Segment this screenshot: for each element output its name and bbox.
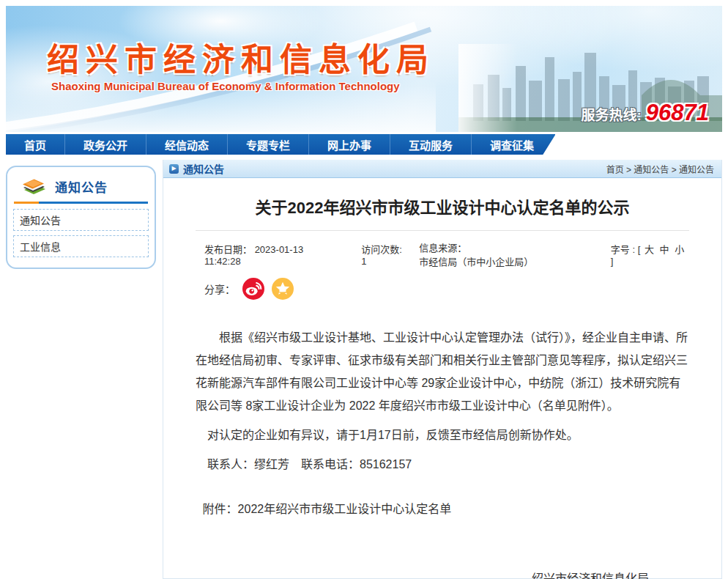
main-area: 通知公告 通知公告 工业信息 ▶ 通知公告 首页 > 通知公告 > 通知公告 关… <box>6 160 722 579</box>
paragraph-2: 对认定的企业如有异议，请于1月17日前，反馈至市经信局创新协作处。 <box>196 424 689 446</box>
site-subtitle-en: Shaoxing Municipal Bureau of Economy & I… <box>51 80 400 92</box>
nav-item-interaction[interactable]: 互动服务 <box>390 134 471 155</box>
sidebar-rule <box>14 202 148 204</box>
content-header: ▶ 通知公告 首页 > 通知公告 > 通知公告 <box>163 160 721 178</box>
visit-count-label: 访问次数: <box>361 244 402 255</box>
content-panel: ▶ 通知公告 首页 > 通知公告 > 通知公告 关于2022年绍兴市市级工业设计… <box>163 160 722 579</box>
nav-item-gov-affairs[interactable]: 政务公开 <box>64 134 146 155</box>
share-label: 分享： <box>204 281 235 296</box>
page: 绍兴市经济和信息化局 Shaoxing Municipal Bureau of … <box>0 0 728 579</box>
sidebar-item-notices[interactable]: 通知公告 <box>13 209 149 231</box>
main-nav-bar: 首页 政务公开 经信动态 专题专栏 网上办事 互动服务 调查征集 <box>6 134 555 155</box>
visit-count-value: 1 <box>361 256 366 267</box>
issuing-authority: 绍兴市经济和信息化局 <box>196 569 689 579</box>
arrow-right-icon: ▶ <box>169 164 179 174</box>
nav-item-home[interactable]: 首页 <box>6 134 64 155</box>
weibo-share-icon[interactable] <box>242 278 264 300</box>
sidebar-header: 通知公告 <box>12 176 149 196</box>
hotline-label: 服务热线: <box>581 104 641 124</box>
publish-date-label: 发布日期： <box>204 244 252 255</box>
article-meta: 发布日期： 2023-01-13 11:42:28 访问次数: 1 信息来源： … <box>196 240 689 268</box>
article: 关于2022年绍兴市市级工业设计中心认定名单的公示 发布日期： 2023-01-… <box>163 194 721 579</box>
books-icon <box>20 176 48 196</box>
font-size-label: 字号 : [ <box>611 244 640 255</box>
font-size-control: 字号 : [ 大 中 小 ] <box>611 242 689 267</box>
attachment-link[interactable]: 附件：2022年绍兴市市级工业设计中心认定名单 <box>196 498 689 520</box>
qzone-share-icon[interactable] <box>272 278 294 300</box>
article-title: 关于2022年绍兴市市级工业设计中心认定名单的公示 <box>196 194 689 218</box>
share-row: 分享： <box>196 278 689 300</box>
font-size-large-button[interactable]: 大 <box>643 244 655 255</box>
paragraph-1: 根据《绍兴市级工业设计基地、工业设计中心认定管理办法（试行）》，经企业自主申请、… <box>196 326 689 417</box>
site-title: 绍兴市经济和信息化局 <box>47 34 435 81</box>
title-divider <box>196 230 689 231</box>
breadcrumb[interactable]: 首页 > 通知公告 > 通知公告 <box>606 163 714 175</box>
header-banner: 绍兴市经济和信息化局 Shaoxing Municipal Bureau of … <box>6 6 722 132</box>
main-nav: 首页 政务公开 经信动态 专题专栏 网上办事 互动服务 调查征集 <box>6 134 722 155</box>
hotline-number: 96871 <box>646 100 709 126</box>
sidebar-title: 通知公告 <box>55 177 108 196</box>
info-source-value: 市经信局（市中小企业局） <box>419 257 533 268</box>
info-source-label: 信息来源： <box>419 243 467 254</box>
section-title: 通知公告 <box>183 161 224 176</box>
nav-item-news[interactable]: 经信动态 <box>146 134 227 155</box>
sidebar-item-industry-info[interactable]: 工业信息 <box>13 235 149 257</box>
font-size-label-close: ] <box>611 256 614 267</box>
service-hotline: 服务热线: 96871 <box>581 100 709 126</box>
article-body: 根据《绍兴市级工业设计基地、工业设计中心认定管理办法（试行）》，经企业自主申请、… <box>196 326 689 476</box>
paragraph-contact: 联系人：缪红芳 联系电话：85162157 <box>196 453 689 476</box>
font-size-medium-button[interactable]: 中 <box>658 244 671 255</box>
nav-item-survey[interactable]: 调查征集 <box>471 134 552 155</box>
publish-date: 发布日期： 2023-01-13 11:42:28 <box>204 242 339 267</box>
font-size-small-button[interactable]: 小 <box>673 244 686 255</box>
info-source: 信息来源： 市经信局（市中小企业局） <box>419 240 580 268</box>
sidebar: 通知公告 通知公告 工业信息 <box>6 166 156 269</box>
nav-item-online-services[interactable]: 网上办事 <box>308 134 390 155</box>
nav-item-special-topics[interactable]: 专题专栏 <box>227 134 308 155</box>
visit-count: 访问次数: 1 <box>361 242 409 267</box>
